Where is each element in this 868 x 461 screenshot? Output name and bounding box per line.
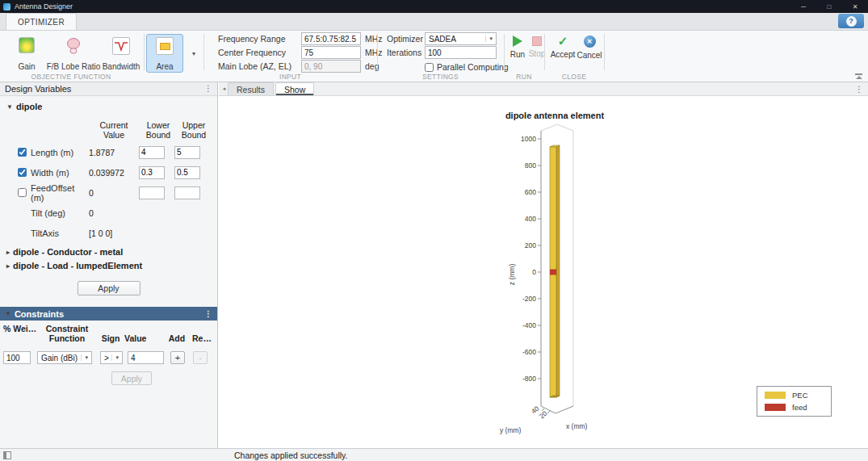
overflow-menu-icon[interactable]: ⋮ — [855, 85, 863, 94]
feedoffset-upper-bound-input[interactable] — [174, 186, 200, 199]
accept-button[interactable]: ✓ Accept — [547, 36, 578, 59]
section-label-run: RUN — [504, 73, 544, 81]
chevron-down-icon: ▾ — [192, 50, 195, 57]
overflow-menu-icon[interactable]: ⋮ — [204, 85, 212, 93]
feedoffset-lower-bound-input[interactable] — [139, 186, 165, 199]
chevron-down-icon: ▾ — [81, 354, 88, 361]
bandwidth-icon — [112, 37, 130, 55]
variable-row-length: Length (m) 1.8787 — [0, 142, 217, 162]
length-checkbox[interactable] — [18, 148, 27, 157]
variable-label: TiltAxis — [31, 228, 89, 238]
width-upper-bound-input[interactable] — [174, 166, 200, 179]
plot-legend: PEC feed — [757, 386, 832, 417]
chevron-right-icon: ▸ — [6, 262, 10, 270]
weight-input[interactable] — [3, 351, 31, 364]
design-variables-header: Design Variables ⋮ — [0, 82, 217, 96]
help-button[interactable]: ? — [838, 14, 864, 28]
design-variables-column-headers: Current Value Lower Bound Upper Bound — [0, 113, 217, 142]
iterations-input[interactable] — [425, 46, 497, 59]
optimizer-select[interactable]: SADEA ▾ — [425, 32, 497, 45]
current-value: 0 — [89, 188, 139, 198]
center-frequency-label: Center Frequency — [218, 48, 301, 57]
section-load-lumpedelement[interactable]: ▸ dipole - Load - lumpedElement — [0, 257, 217, 270]
center-frequency-input[interactable] — [301, 46, 361, 59]
lobe-pattern-icon — [65, 37, 82, 55]
svg-text:400: 400 — [525, 215, 536, 223]
optimizer-row: Optimizer SADEA ▾ — [387, 32, 497, 45]
constraints-header[interactable]: ▼ Constraints ⋮ — [0, 307, 217, 321]
constraints-panel: ▼ Constraints ⋮ % Wei… Constraint Functi… — [0, 307, 217, 385]
svg-text:-400: -400 — [522, 321, 536, 329]
collapse-ribbon-button[interactable] — [855, 73, 862, 79]
feedoffset-checkbox[interactable] — [18, 188, 27, 197]
dipole-group-row[interactable]: ▼ dipole — [0, 96, 217, 113]
sign-select[interactable]: > ▾ — [100, 351, 123, 364]
optimizer-toolbar: Gain F/B Lobe Ratio Bandwidth Area ▾ OBJ… — [0, 31, 868, 82]
z-axis-label: z (mm) — [508, 264, 516, 286]
feed-swatch — [765, 404, 786, 411]
minimize-button[interactable]: ─ — [790, 0, 816, 13]
current-value: 0 — [89, 208, 139, 218]
add-constraint-button[interactable]: + — [170, 351, 185, 364]
svg-text:600: 600 — [525, 188, 536, 196]
center-frequency-unit: MHz — [365, 48, 383, 57]
check-icon: ✓ — [558, 36, 568, 47]
variable-label: FeedOffset (m) — [31, 183, 89, 203]
length-lower-bound-input[interactable] — [139, 146, 165, 159]
variable-label: Length (m) — [31, 148, 89, 157]
design-variables-apply-button[interactable]: Apply — [78, 281, 140, 295]
bandwidth-button[interactable]: Bandwidth — [102, 34, 140, 73]
collapse-ribbon-icon — [855, 73, 862, 75]
tab-results[interactable]: Results — [228, 82, 274, 95]
column-header-sign: Sign — [97, 334, 124, 344]
column-header-add: Add — [163, 334, 191, 344]
parallel-computing-label: Parallel Computing — [437, 62, 509, 72]
legend-item-feed: feed — [765, 403, 824, 412]
parallel-computing-checkbox[interactable] — [425, 63, 434, 72]
objective-dropdown-button[interactable]: ▾ — [187, 34, 200, 73]
window-titlebar: Antenna Designer ─ □ ✕ — [0, 0, 868, 13]
cancel-button[interactable]: ✕ Cancel — [575, 36, 604, 60]
current-value: 0.039972 — [89, 168, 139, 178]
design-variables-title: Design Variables — [5, 84, 71, 94]
section-conductor-metal[interactable]: ▸ dipole - Conductor - metal — [0, 243, 217, 257]
chevron-down-icon: ▾ — [111, 354, 119, 361]
column-header-value: Value — [124, 334, 163, 344]
status-message: Changes applied successfully. — [234, 451, 347, 460]
constraint-function-select[interactable]: Gain (dBi) ▾ — [37, 351, 92, 364]
constraint-value-input[interactable] — [128, 351, 164, 364]
design-variables-panel: Design Variables ⋮ ▼ dipole Current Valu… — [0, 82, 218, 448]
overflow-menu-icon[interactable]: ⋮ — [204, 310, 212, 318]
width-checkbox[interactable] — [18, 168, 27, 177]
section-label-settings: SETTINGS — [377, 73, 504, 81]
close-button[interactable]: ✕ — [842, 0, 868, 13]
svg-text:-600: -600 — [522, 348, 536, 356]
tab-show[interactable]: Show — [275, 82, 314, 95]
chevron-right-icon: ▸ — [6, 249, 10, 256]
plot-title: dipole antenna element — [498, 111, 611, 120]
area-button[interactable]: Area — [146, 34, 183, 73]
z-axis-tick-labels: 1000 800 600 400 200 0 -200 -400 -600 -8… — [521, 135, 536, 383]
antenna-geometry-plot[interactable]: 1000 800 600 400 200 0 -200 -400 -600 -8… — [485, 121, 647, 440]
variable-row-feedoffset: FeedOffset (m) 0 — [0, 182, 217, 203]
stop-icon — [532, 36, 542, 46]
gain-button[interactable]: Gain — [8, 34, 45, 73]
gain-icon — [19, 37, 35, 53]
dock-indicator-icon — [3, 451, 11, 459]
fb-lobe-ratio-button[interactable]: F/B Lobe Ratio — [47, 34, 100, 73]
tab-optimizer[interactable]: OPTIMIZER — [6, 13, 77, 30]
length-upper-bound-input[interactable] — [174, 146, 200, 159]
section-label-input: INPUT — [203, 73, 377, 81]
antenna-designer-window: Antenna Designer ─ □ ✕ OPTIMIZER ? Gain … — [0, 0, 868, 461]
content-area: Design Variables ⋮ ▼ dipole Current Valu… — [0, 82, 868, 448]
legend-item-pec: PEC — [765, 391, 824, 400]
collapse-panel-icon[interactable]: ◂ — [220, 82, 228, 95]
frequency-range-input[interactable] — [301, 32, 361, 45]
maximize-button[interactable]: □ — [816, 0, 842, 13]
parallel-computing-row: Parallel Computing — [425, 61, 509, 73]
area-icon — [156, 37, 174, 55]
iterations-label: Iterations — [387, 48, 425, 57]
dipole-geometry[interactable] — [550, 145, 560, 397]
width-lower-bound-input[interactable] — [139, 166, 165, 179]
chevron-down-icon: ▼ — [5, 310, 11, 317]
